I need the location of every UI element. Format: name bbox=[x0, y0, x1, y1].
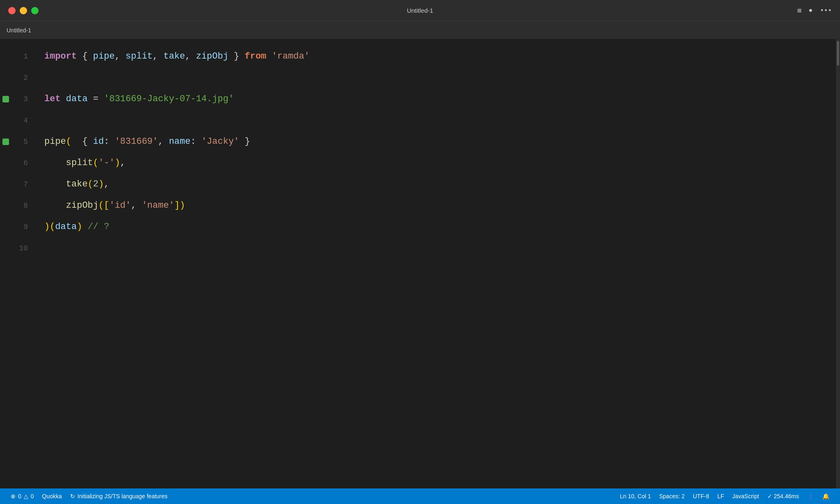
token-white: = bbox=[88, 89, 104, 110]
token-paren: ) bbox=[180, 195, 185, 216]
code-line[interactable]: split('-'), bbox=[41, 152, 840, 174]
token-string: '-' bbox=[98, 152, 115, 174]
token-identifier: data bbox=[55, 216, 77, 238]
tab-title[interactable]: Untitled-1 bbox=[7, 27, 31, 34]
token-kw-pipe: pipe bbox=[44, 131, 66, 152]
token-paren: ( bbox=[66, 131, 71, 152]
breakpoint-column bbox=[0, 39, 11, 488]
breakpoint-slot[interactable] bbox=[0, 67, 11, 89]
title-bar-actions: ⊞ ● ••• bbox=[797, 7, 832, 15]
line-number: 8 bbox=[11, 195, 34, 216]
notifications-icon[interactable]: 🔔 bbox=[818, 493, 833, 499]
quokka-timing[interactable]: ✓ 254.46ms bbox=[763, 493, 803, 499]
token-string: '831669' bbox=[115, 131, 158, 152]
encoding[interactable]: UTF-8 bbox=[689, 493, 713, 499]
traffic-lights bbox=[8, 7, 39, 14]
code-line[interactable] bbox=[41, 67, 840, 89]
token-paren: ( bbox=[50, 216, 55, 238]
breakpoint-marker bbox=[2, 96, 9, 102]
token-white: , bbox=[158, 131, 169, 152]
init-message[interactable]: ↻ Initializing JS/TS language features bbox=[66, 488, 171, 504]
token-comment: // ? bbox=[88, 216, 110, 238]
minimize-button[interactable] bbox=[20, 7, 27, 14]
line-number: 4 bbox=[11, 110, 34, 131]
code-line[interactable]: import { pipe, split, take, zipObj } fro… bbox=[41, 46, 840, 67]
breakpoint-slot[interactable] bbox=[0, 174, 11, 195]
token-white bbox=[44, 174, 66, 195]
token-bracket: ] bbox=[174, 195, 180, 216]
code-line[interactable] bbox=[41, 110, 840, 131]
scrollbar[interactable] bbox=[836, 39, 840, 488]
token-white: , bbox=[185, 46, 196, 67]
token-bracket: [ bbox=[104, 195, 109, 216]
token-white: : bbox=[190, 131, 201, 152]
token-white bbox=[44, 152, 66, 174]
code-line[interactable] bbox=[41, 238, 840, 259]
split-editor-icon[interactable]: ⊞ bbox=[797, 7, 801, 15]
line-number: 10 bbox=[11, 238, 34, 259]
token-kw-from: from bbox=[245, 46, 267, 67]
token-string: 'name' bbox=[142, 195, 174, 216]
token-white: , bbox=[104, 174, 109, 195]
token-white: , bbox=[115, 46, 126, 67]
token-identifier: zipObj bbox=[196, 46, 228, 67]
token-string: 'Jacky' bbox=[201, 131, 239, 152]
token-white: } bbox=[239, 131, 250, 152]
breakpoint-slot[interactable] bbox=[0, 216, 11, 238]
token-white: : bbox=[104, 131, 114, 152]
person-icon: 👤 bbox=[807, 493, 814, 499]
token-white: { bbox=[71, 131, 93, 152]
code-line[interactable]: pipe( { id: '831669', name: 'Jacky' } bbox=[41, 131, 840, 152]
error-icon: ⊗ bbox=[11, 493, 16, 499]
token-paren: ( bbox=[93, 152, 98, 174]
token-string: 'ramda' bbox=[272, 46, 310, 67]
line-number: 5 bbox=[11, 131, 34, 152]
close-button[interactable] bbox=[8, 7, 16, 14]
token-white: , bbox=[153, 46, 163, 67]
circle-icon[interactable]: ● bbox=[809, 7, 813, 14]
window-title: Untitled-1 bbox=[407, 7, 433, 14]
eol[interactable]: LF bbox=[713, 493, 728, 499]
token-identifier: split bbox=[126, 46, 153, 67]
language-mode[interactable]: JavaScript bbox=[728, 493, 763, 499]
token-paren: ( bbox=[98, 195, 104, 216]
indentation[interactable]: Spaces: 2 bbox=[655, 493, 689, 499]
cursor-position[interactable]: Ln 10, Col 1 bbox=[616, 493, 655, 499]
code-line[interactable]: take(2), bbox=[41, 174, 840, 195]
breakpoint-slot[interactable] bbox=[0, 152, 11, 174]
token-paren: ( bbox=[88, 174, 93, 195]
maximize-button[interactable] bbox=[31, 7, 39, 14]
breakpoint-slot[interactable] bbox=[0, 131, 11, 152]
token-string: 'id' bbox=[109, 195, 131, 216]
scrollbar-thumb[interactable] bbox=[837, 41, 839, 66]
breakpoint-slot[interactable] bbox=[0, 110, 11, 131]
code-line[interactable]: zipObj(['id', 'name']) bbox=[41, 195, 840, 216]
token-kw-zipObj: zipObj bbox=[66, 195, 98, 216]
breakpoint-slot[interactable] bbox=[0, 195, 11, 216]
token-number: 2 bbox=[93, 174, 98, 195]
quokka-label[interactable]: Quokka bbox=[38, 488, 66, 504]
code-line[interactable]: let data = '831669-Jacky-07-14.jpg' bbox=[41, 89, 840, 110]
token-white bbox=[82, 216, 87, 238]
token-string-green: '831669-Jacky-07-14.jpg' bbox=[104, 89, 234, 110]
refresh-icon: ↻ bbox=[70, 493, 75, 499]
breakpoint-slot[interactable] bbox=[0, 89, 11, 110]
token-kw-split: split bbox=[66, 152, 93, 174]
token-white: , bbox=[131, 195, 142, 216]
line-numbers: 12345678910 bbox=[11, 39, 41, 488]
status-bar: ⊗ 0 △ 0 Quokka ↻ Initializing JS/TS lang… bbox=[0, 488, 840, 504]
token-white: , bbox=[120, 152, 126, 174]
code-editor[interactable]: import { pipe, split, take, zipObj } fro… bbox=[41, 39, 840, 488]
status-right: Ln 10, Col 1 Spaces: 2 UTF-8 LF JavaScri… bbox=[616, 493, 833, 499]
token-kw-let: let bbox=[44, 89, 61, 110]
more-actions-icon[interactable]: ••• bbox=[820, 7, 832, 14]
warning-icon: △ bbox=[24, 493, 28, 499]
breakpoint-slot[interactable] bbox=[0, 46, 11, 67]
token-kw-take: take bbox=[66, 174, 88, 195]
editor-area: 12345678910 import { pipe, split, take, … bbox=[0, 39, 840, 488]
line-number: 2 bbox=[11, 67, 34, 89]
code-line[interactable]: )(data) // ? bbox=[41, 216, 840, 238]
breakpoint-slot[interactable] bbox=[0, 238, 11, 259]
feedback-icon[interactable]: 👤 bbox=[803, 493, 818, 499]
error-count[interactable]: ⊗ 0 △ 0 bbox=[7, 488, 38, 504]
